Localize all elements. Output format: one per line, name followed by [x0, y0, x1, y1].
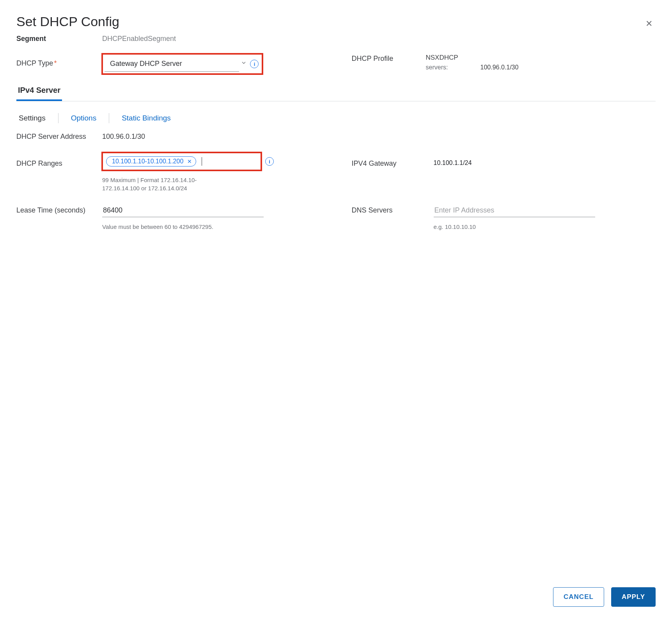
lease-time-label: Lease Time (seconds): [16, 204, 102, 214]
dhcp-ranges-cell: DHCP Ranges 10.100.1.10-10.100.1.200 ✕ i: [16, 152, 321, 192]
set-dhcp-config-dialog: Set DHCP Config ✕ Segment DHCPEnabledSeg…: [0, 0, 672, 620]
main-tabs: IPv4 Server: [16, 86, 656, 101]
sub-tabs: Settings Options Static Bindings: [16, 113, 656, 123]
lease-time-cell: Lease Time (seconds) Value must be betwe…: [16, 204, 321, 231]
ipv4-gateway-value: 10.100.1.1/24: [434, 159, 472, 167]
server-address-value: 100.96.0.1/30: [102, 133, 145, 141]
tab-divider: [58, 113, 59, 123]
dhcp-type-select[interactable]: Gateway DHCP Server: [105, 56, 239, 72]
dns-servers-cell: DNS Servers e.g. 10.10.10.10: [352, 204, 656, 231]
info-icon[interactable]: i: [250, 60, 259, 68]
dhcp-ranges-input[interactable]: 10.100.1.10-10.100.1.200 ✕: [106, 156, 257, 167]
ranges-gateway-row: DHCP Ranges 10.100.1.10-10.100.1.200 ✕ i: [16, 152, 656, 192]
dhcp-profile-cell: DHCP Profile NSXDHCP servers: 100.96.0.1…: [352, 54, 656, 71]
dhcp-profile-name: NSXDHCP: [426, 54, 481, 62]
dns-servers-input[interactable]: [434, 204, 595, 217]
text-cursor: [202, 157, 202, 166]
segment-value: DHCPEnabledSegment: [102, 35, 176, 43]
dhcp-profile-label: DHCP Profile: [352, 54, 426, 63]
dhcp-type-dropdown[interactable]: Gateway DHCP Server: [105, 56, 247, 72]
dialog-title: Set DHCP Config: [16, 14, 656, 29]
chevron-down-icon: [241, 60, 247, 67]
subtab-options[interactable]: Options: [69, 114, 99, 122]
close-icon[interactable]: ✕: [645, 19, 652, 29]
dhcp-ranges-highlight: 10.100.1.10-10.100.1.200 ✕: [102, 152, 261, 170]
cancel-button[interactable]: Cancel: [553, 587, 604, 607]
dhcp-type-label: DHCP Type*: [16, 54, 102, 67]
dhcp-profile-values: NSXDHCP servers: 100.96.0.1/30: [426, 54, 519, 71]
dhcp-profile-servers-value: 100.96.0.1/30: [481, 64, 519, 71]
subtab-static-bindings[interactable]: Static Bindings: [119, 114, 173, 122]
dhcp-type-cell: DHCP Type* Gateway DHCP Server i: [16, 54, 321, 74]
server-address-label: DHCP Server Address: [16, 133, 102, 141]
dhcp-ranges-label: DHCP Ranges: [16, 152, 102, 168]
required-star-icon: *: [54, 59, 57, 67]
segment-row: Segment DHCPEnabledSegment: [16, 35, 656, 43]
dhcp-range-chip[interactable]: 10.100.1.10-10.100.1.200 ✕: [106, 156, 196, 167]
dns-servers-helper: e.g. 10.10.10.10: [434, 223, 551, 231]
dhcp-type-selected-value: Gateway DHCP Server: [110, 60, 182, 67]
dhcp-ranges-helper: 99 Maximum | Format 172.16.14.10-172.16.…: [102, 176, 219, 192]
segment-label: Segment: [16, 35, 102, 43]
lease-time-input[interactable]: [102, 204, 264, 217]
dialog-footer: Cancel Apply: [553, 587, 656, 607]
lease-time-helper: Value must be between 60 to 4294967295.: [102, 223, 264, 231]
subtab-settings[interactable]: Settings: [16, 114, 48, 122]
remove-chip-icon[interactable]: ✕: [187, 158, 192, 165]
info-icon[interactable]: i: [265, 157, 274, 166]
server-address-row: DHCP Server Address 100.96.0.1/30: [16, 133, 656, 141]
dhcp-type-label-text: DHCP Type: [16, 59, 53, 67]
ipv4-gateway-cell: IPV4 Gateway 10.100.1.1/24: [352, 152, 656, 168]
dhcp-type-highlight: Gateway DHCP Server i: [102, 54, 262, 74]
dhcp-type-profile-row: DHCP Type* Gateway DHCP Server i DHCP Pr…: [16, 54, 656, 74]
dhcp-profile-servers-label: servers:: [426, 64, 481, 71]
apply-button[interactable]: Apply: [611, 587, 656, 607]
tab-divider: [109, 113, 109, 123]
dns-servers-label: DNS Servers: [352, 204, 434, 214]
lease-dns-row: Lease Time (seconds) Value must be betwe…: [16, 204, 656, 231]
ipv4-gateway-label: IPV4 Gateway: [352, 159, 434, 168]
tab-ipv4-server[interactable]: IPv4 Server: [16, 86, 62, 101]
dhcp-range-chip-text: 10.100.1.10-10.100.1.200: [112, 158, 183, 165]
